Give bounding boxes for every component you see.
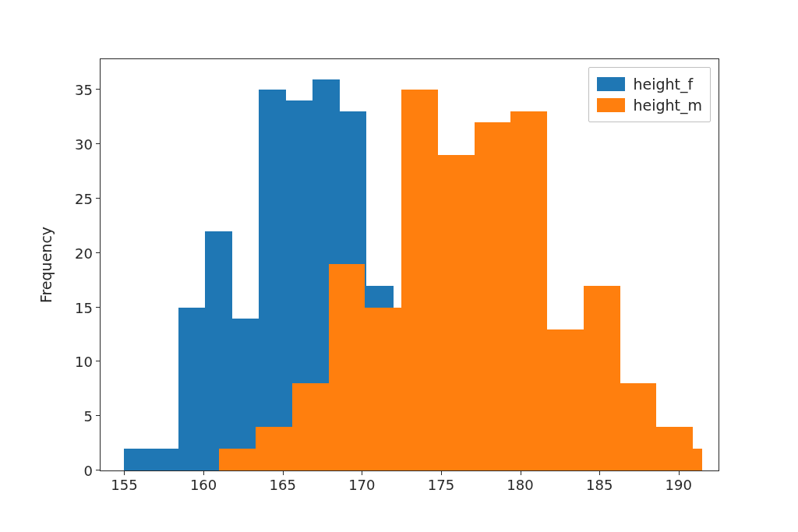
bar-height_m bbox=[219, 449, 256, 470]
bar-height_m bbox=[256, 427, 292, 470]
xtick-label: 175 bbox=[428, 470, 454, 493]
bar-height_m bbox=[401, 90, 438, 470]
ytick-label: 35 bbox=[75, 82, 101, 98]
bar-height_m bbox=[365, 308, 401, 470]
bar-height_m bbox=[584, 286, 620, 470]
xtick-label: 180 bbox=[507, 470, 533, 493]
ytick-label: 10 bbox=[75, 354, 101, 370]
ytick-label: 0 bbox=[84, 463, 101, 479]
bar-height_m bbox=[656, 427, 693, 470]
legend-entry-height-m: height_m bbox=[597, 95, 702, 116]
bar-height_f bbox=[232, 319, 260, 470]
y-axis-label: Frequency bbox=[37, 227, 55, 303]
axes: Frequency height_f height_m 155160165170… bbox=[100, 58, 719, 471]
ytick-label: 20 bbox=[75, 245, 101, 261]
ytick-label: 30 bbox=[75, 136, 101, 153]
xtick-label: 165 bbox=[270, 470, 296, 493]
xtick-label: 155 bbox=[111, 470, 137, 493]
bar-height_m bbox=[547, 329, 584, 470]
bar-height_m bbox=[292, 383, 329, 470]
legend: height_f height_m bbox=[588, 67, 711, 122]
legend-label-height-m: height_m bbox=[633, 95, 702, 116]
legend-swatch-height-m bbox=[597, 98, 625, 112]
bar-height_f bbox=[178, 308, 206, 470]
bar-height_m bbox=[510, 111, 547, 470]
legend-swatch-height-f bbox=[597, 77, 625, 91]
bar-height_m bbox=[438, 155, 475, 470]
ytick-label: 5 bbox=[84, 408, 101, 425]
legend-label-height-f: height_f bbox=[633, 74, 693, 95]
bar-height_m bbox=[620, 383, 657, 470]
figure: Frequency height_f height_m 155160165170… bbox=[0, 0, 798, 532]
xtick-label: 160 bbox=[190, 470, 217, 493]
bar-height_m bbox=[329, 264, 365, 470]
xtick-label: 185 bbox=[586, 470, 613, 493]
bar-height_f bbox=[124, 449, 151, 470]
bar-height_f bbox=[205, 231, 232, 470]
bar-height_m bbox=[693, 449, 702, 470]
bar-height_f bbox=[259, 90, 286, 470]
xtick-label: 170 bbox=[348, 470, 375, 493]
bar-height_f bbox=[151, 449, 178, 470]
ytick-label: 25 bbox=[75, 191, 101, 207]
legend-entry-height-f: height_f bbox=[597, 74, 702, 95]
ytick-label: 15 bbox=[75, 299, 101, 315]
xtick-label: 190 bbox=[666, 470, 692, 493]
bar-height_m bbox=[475, 122, 511, 470]
